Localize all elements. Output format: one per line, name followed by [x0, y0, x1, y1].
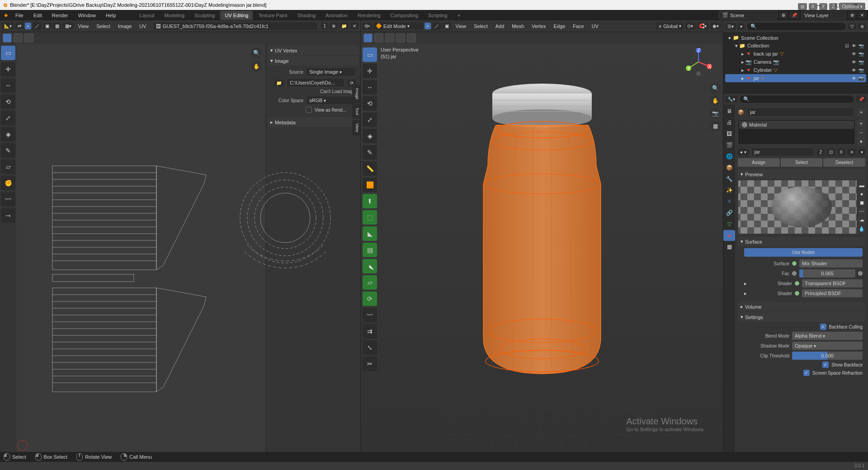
uv-image-new[interactable]: ⊕ [330, 23, 338, 29]
outliner-filter[interactable]: ▽ [848, 23, 856, 30]
outliner-new-collection[interactable]: ⊕ [858, 23, 866, 30]
preview-cube[interactable]: ◼ [858, 199, 865, 207]
editor-type-3dview[interactable]: ⧉▾ [363, 23, 372, 30]
tree-jar[interactable]: ▸ 🔻 jar▽ 👁📷 [725, 74, 866, 82]
socket-icon[interactable] [795, 291, 799, 296]
material-nodes-toggle[interactable]: ▾ [859, 149, 865, 155]
uv-selmode-vertex[interactable]: ▪ [25, 23, 31, 29]
show-backface-checkbox[interactable]: ✓ [822, 362, 829, 368]
panel-surface[interactable]: ▾ Surface [738, 237, 865, 246]
tool-annotate[interactable]: ✎ [1, 143, 15, 158]
ssr-checkbox[interactable]: ✓ [803, 370, 810, 376]
viewas-checkbox[interactable] [306, 107, 312, 113]
sidetab-view[interactable]: View [352, 120, 360, 136]
fac-slider[interactable]: 0.065 [799, 269, 855, 277]
render-icon[interactable]: 📷 [858, 42, 864, 49]
tree-cylinder[interactable]: ▸ 🔻 Cylinder▽ 👁📷 [725, 66, 866, 74]
select-button[interactable]: Select [781, 158, 823, 167]
preview-hair[interactable]: 〰 [858, 207, 865, 215]
vp-menu-mesh[interactable]: Mesh [509, 23, 527, 30]
vp-menu-vertex[interactable]: Vertex [528, 23, 549, 30]
uv-image-count[interactable]: 1 [321, 23, 328, 29]
preview-flat[interactable]: ▬ [858, 181, 865, 189]
vp-menu-edge[interactable]: Edge [550, 23, 568, 30]
tool-select[interactable]: ▭ [1, 46, 15, 60]
preview-shader[interactable]: ☁ [858, 216, 865, 224]
clip-threshold-slider[interactable]: 0.500 [792, 352, 863, 360]
menu-file[interactable]: File [11, 11, 28, 19]
vp-axis-y[interactable]: Y [819, 3, 828, 10]
ws-shading[interactable]: Shading [293, 11, 320, 20]
uv-pan-icon[interactable]: ✋ [251, 61, 262, 72]
uv-selmode-edge[interactable]: ／ [33, 22, 42, 30]
ws-sculpting[interactable]: Sculpting [190, 11, 219, 20]
ptab-constraint[interactable]: 🔗 [723, 207, 735, 218]
vtool-scale[interactable]: ⤢ [363, 113, 377, 127]
tool-transform[interactable]: ◈ [1, 127, 15, 141]
mat-add-button[interactable]: + [857, 108, 865, 116]
tool-grab[interactable]: ✊ [1, 176, 15, 190]
vp-pan-icon[interactable]: ✋ [710, 95, 721, 106]
vtool-select[interactable]: ▭ [363, 47, 377, 62]
uv-image-selector[interactable]: 🖼 GUEST_b9cb7759-f26a-4d9a-a7e8-70d2c41f… [153, 22, 318, 31]
menu-help[interactable]: Help [101, 11, 121, 19]
filebrowse-button[interactable]: 📁 [274, 80, 284, 86]
tree-collection[interactable]: ▾ 📁 Collection ☑👁📷 [725, 42, 866, 50]
vtool-rip[interactable]: ✂ [363, 357, 377, 371]
eye-icon[interactable]: 👁 [851, 51, 857, 57]
tree-backup-jar[interactable]: ▸ 🔻 back up jar▽ 👁📷 [725, 50, 866, 58]
uv-menu-select[interactable]: Select [93, 23, 113, 30]
editor-type-uv[interactable]: 📐▾ [2, 23, 14, 29]
shadowmode-dropdown[interactable]: Opaque ▾ [792, 342, 863, 350]
vp-overlay-1[interactable] [363, 33, 373, 42]
expand-icon[interactable]: ▸ [744, 291, 750, 296]
ws-compositing[interactable]: Compositing [386, 11, 423, 20]
vp-overlay-2[interactable] [374, 33, 383, 42]
nav-gizmo[interactable]: Z Y X [685, 48, 712, 75]
shader1-dropdown[interactable]: Transparent BSDF [802, 279, 863, 287]
slot-add[interactable]: + [857, 119, 865, 127]
material-browse[interactable]: ● ▾ [738, 149, 749, 155]
material-unlink[interactable]: ✕ [848, 149, 856, 155]
eye-icon[interactable]: 👁 [851, 42, 857, 49]
vp-overlay-5[interactable] [407, 33, 416, 42]
outliner-display-mode[interactable]: ▾ [738, 23, 745, 30]
uv-menu-image[interactable]: Image [115, 23, 135, 30]
viewport-canvas[interactable]: ▭ ✛ ↔ ⟲ ⤢ ◈ ✎ 📏 🟧 ⬆ ⬚ ◣ ▤ 🔪 ▱ ⟳ 〰 ⇉ ⤡ ✂ [361, 44, 723, 452]
ws-rendering[interactable]: Rendering [353, 11, 385, 20]
eye-icon[interactable]: 👁 [851, 75, 857, 81]
vtool-smooth[interactable]: 〰 [363, 308, 377, 322]
editor-type-outliner[interactable]: ☰▾ [725, 23, 736, 30]
viewlayer-selector[interactable]: View Layer [801, 11, 846, 19]
vp-overlay-3[interactable] [385, 33, 394, 42]
ptab-data[interactable]: ▽ [723, 219, 735, 230]
editor-type-properties[interactable]: 🔧▾ [725, 96, 737, 103]
scene-pin-button[interactable]: 📌 [789, 12, 799, 19]
uv-menu-uv[interactable]: UV [136, 23, 149, 30]
panel-settings[interactable]: ▾ Settings [738, 312, 865, 322]
assign-button[interactable]: Assign [738, 158, 780, 167]
menu-render[interactable]: Render [47, 11, 73, 19]
ptab-particle[interactable]: ✨ [723, 185, 735, 196]
vtool-knife[interactable]: 🔪 [363, 259, 377, 273]
uv-snap-2[interactable] [14, 33, 23, 42]
ptab-material[interactable]: ● [723, 230, 735, 241]
material-slot[interactable]: Material [739, 121, 854, 129]
source-dropdown[interactable]: Single Image ▾ [306, 67, 356, 76]
tool-move[interactable]: ↔ [1, 78, 15, 93]
vp-axis-z[interactable]: Z [829, 3, 837, 10]
vp-menu-add[interactable]: Add [492, 23, 508, 30]
vtool-rotate[interactable]: ⟲ [363, 96, 377, 111]
material-slot-list[interactable]: Material [738, 119, 855, 145]
material-new[interactable]: ⊡ [827, 149, 835, 155]
vtool-measure[interactable]: 📏 [363, 161, 377, 176]
uv-menu-view[interactable]: View [75, 23, 92, 30]
panel-uv-vertex[interactable]: ▾ UV Vertex [268, 46, 359, 55]
viewlayer-new-button[interactable]: ⊕ [848, 12, 856, 19]
object-name-field[interactable]: jar [747, 108, 854, 117]
socket-icon[interactable] [792, 271, 797, 276]
tool-cursor[interactable]: ✛ [1, 62, 15, 76]
selmode-vertex[interactable]: ▪ [425, 23, 431, 29]
eye-icon[interactable]: 👁 [851, 59, 857, 65]
vtool-extrude[interactable]: ⬆ [363, 194, 377, 208]
